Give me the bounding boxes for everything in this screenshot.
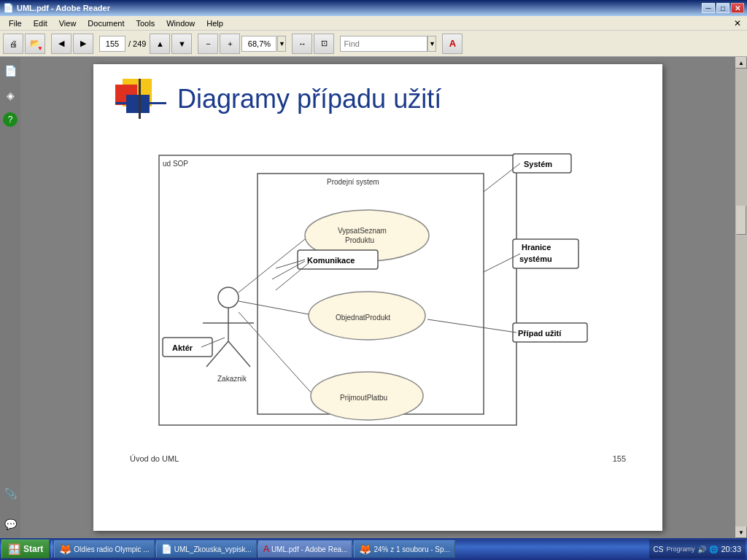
toolbar: 🖨 📂▼ ◀ ▶ / 249 ▲ ▼ − + ▼ ↔ ⊡ ▼ A — [0, 31, 747, 57]
menubar: File Edit View Document Tools Window Hel… — [0, 16, 747, 31]
zoom-out-button[interactable]: − — [198, 34, 218, 54]
taskbar-btn-doc1[interactable]: 📄 UML_Zkouska_vypisk... — [156, 540, 257, 558]
sidebar-page-icon[interactable]: 📄 — [2, 63, 18, 79]
programs-label: Programy — [666, 545, 694, 553]
actor-name: Zakaznik — [217, 375, 247, 383]
assoc-2 — [239, 301, 309, 314]
menu-view[interactable]: View — [53, 16, 82, 30]
print-button[interactable]: 🖨 — [3, 34, 23, 54]
start-icon: 🪟 — [8, 543, 20, 555]
scroll-down-button[interactable]: ▼ — [735, 526, 747, 538]
titlebar-controls: ─ □ ✕ — [702, 3, 744, 13]
titlebar-left: 📄 UML.pdf - Adobe Reader — [3, 3, 110, 13]
kom-line3 — [276, 263, 309, 290]
menu-help[interactable]: Help — [201, 16, 229, 30]
pdf-area[interactable]: Diagramy případu užití ud SOP Prodejní s… — [20, 57, 735, 538]
page-header: Diagramy případu užití — [115, 79, 640, 119]
back-button[interactable]: ◀ — [51, 34, 71, 54]
assoc-3 — [239, 312, 311, 392]
page-footer: Úvod do UML 155 — [115, 454, 640, 463]
scroll-track[interactable] — [735, 69, 747, 526]
menu-window[interactable]: Window — [160, 16, 201, 30]
find-dropdown-button[interactable]: ▼ — [427, 36, 436, 52]
actor-head — [218, 287, 239, 308]
footer-right: 155 — [613, 454, 626, 463]
menu-tools[interactable]: Tools — [131, 16, 161, 30]
komunikace-callout-label: Komunikace — [307, 256, 355, 265]
system-callout-line — [484, 163, 520, 192]
logo — [115, 79, 166, 119]
sidebar-attach-icon[interactable]: 📎 — [2, 486, 18, 502]
start-button[interactable]: 🪟 Start — [1, 540, 50, 559]
uml-diagram: ud SOP Prodejní system Z — [115, 133, 640, 447]
scroll-thumb[interactable] — [736, 206, 746, 235]
main-layout: 📄 ◈ ? 📎 💬 Diagramy případu užití — [0, 57, 747, 538]
taskbar-btn-firefox[interactable]: 🦊 Oldies radio Olympic ... — [54, 540, 154, 558]
forward-button[interactable]: ▶ — [73, 34, 93, 54]
taskbar-btn-adobe[interactable]: A UML.pdf - Adobe Rea... — [258, 540, 353, 558]
page-number-input[interactable] — [99, 36, 125, 52]
diagram-container: ud SOP Prodejní system Z — [115, 133, 640, 447]
hranice-callout-label2: systému — [519, 254, 552, 263]
open-button[interactable]: 📂▼ — [25, 34, 45, 54]
right-scrollbar[interactable]: ▲ ▼ — [735, 57, 747, 538]
page-nav: / 249 — [99, 36, 148, 52]
menu-document[interactable]: Document — [82, 16, 130, 30]
zoom-input[interactable] — [241, 36, 276, 52]
menu-edit[interactable]: Edit — [28, 16, 53, 30]
sidebar-comments-icon[interactable]: 💬 — [2, 516, 18, 532]
firefox2-label: 24% z 1 souboru - Sp... — [374, 545, 450, 553]
page-separator: / 249 — [126, 39, 148, 48]
app-icon: 📄 — [3, 3, 14, 13]
actor-right-leg — [228, 341, 250, 367]
fit-page-button[interactable]: ⊡ — [314, 34, 334, 54]
clock: 20:33 — [721, 545, 741, 553]
tray-icon1: 🔊 — [697, 545, 706, 553]
usecase-1-label2: Produktu — [345, 236, 374, 244]
usecase-3-label: PrijmoutPlatbu — [340, 394, 387, 402]
find-input[interactable] — [340, 36, 427, 52]
prev-page-button[interactable]: ▲ — [150, 34, 170, 54]
firefox-icon: 🦊 — [59, 543, 71, 555]
firefox-label: Oldies radio Olympic ... — [74, 545, 149, 553]
minimize-button[interactable]: ─ — [702, 3, 715, 13]
left-sidebar: 📄 ◈ ? 📎 💬 — [0, 57, 20, 538]
pripad-line — [427, 319, 516, 332]
zoom-in-button[interactable]: + — [220, 34, 240, 54]
firefox2-icon: 🦊 — [359, 543, 371, 555]
close-button[interactable]: ✕ — [731, 3, 744, 13]
menubar-close-icon[interactable]: ✕ — [731, 18, 744, 28]
taskbar: 🪟 Start 🦊 Oldies radio Olympic ... 📄 UML… — [0, 538, 747, 560]
sidebar-layers-icon[interactable]: ◈ — [2, 88, 18, 104]
doc1-label: UML_Zkouska_vypisk... — [174, 545, 252, 553]
adobe-taskbar-icon: A — [263, 544, 269, 554]
start-label: Start — [23, 544, 43, 554]
ud-label: ud SOP — [163, 160, 188, 168]
system-tray: CS Programy 🔊 🌐 20:33 — [649, 540, 746, 559]
usecase-1-label: VypsatSeznam — [338, 227, 387, 235]
doc1-icon: 📄 — [161, 544, 172, 554]
sidebar-help-icon[interactable]: ? — [3, 112, 18, 127]
logo-line-v — [139, 79, 141, 119]
akter-callout-label: Aktér — [172, 343, 193, 352]
adobe-button[interactable]: A — [442, 34, 462, 54]
system-label: Prodejní system — [327, 178, 379, 186]
hranice-callout-label1: Hranice — [522, 243, 551, 252]
adobe-label: UML.pdf - Adobe Rea... — [271, 545, 348, 553]
menu-file[interactable]: File — [3, 16, 28, 30]
maximize-button[interactable]: □ — [716, 3, 729, 13]
titlebar: 📄 UML.pdf - Adobe Reader ─ □ ✕ — [0, 0, 747, 16]
fit-width-button[interactable]: ↔ — [292, 34, 312, 54]
scroll-up-button[interactable]: ▲ — [735, 57, 747, 69]
next-page-button[interactable]: ▼ — [171, 34, 192, 54]
zoom-dropdown-button[interactable]: ▼ — [277, 36, 286, 52]
usecase-2-label: ObjednatProdukt — [336, 314, 390, 322]
system-callout-label: Systém — [524, 160, 552, 168]
logo-line-h — [115, 102, 166, 104]
taskbar-btn-firefox2[interactable]: 🦊 24% z 1 souboru - Sp... — [354, 540, 455, 558]
lang-indicator: CS — [654, 545, 664, 553]
pdf-page: Diagramy případu užití ud SOP Prodejní s… — [93, 64, 662, 531]
footer-left: Úvod do UML — [130, 454, 179, 463]
titlebar-title: UML.pdf - Adobe Reader — [17, 4, 110, 12]
assoc-1 — [239, 239, 305, 292]
